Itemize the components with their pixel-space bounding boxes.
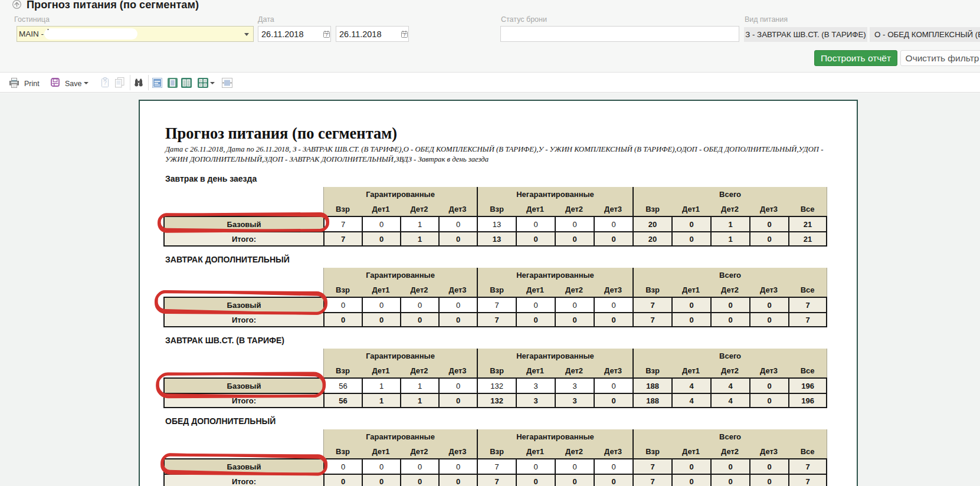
svg-text:?: ? (103, 80, 107, 86)
svg-text:7: 7 (325, 32, 327, 38)
svg-text:7: 7 (403, 32, 405, 38)
